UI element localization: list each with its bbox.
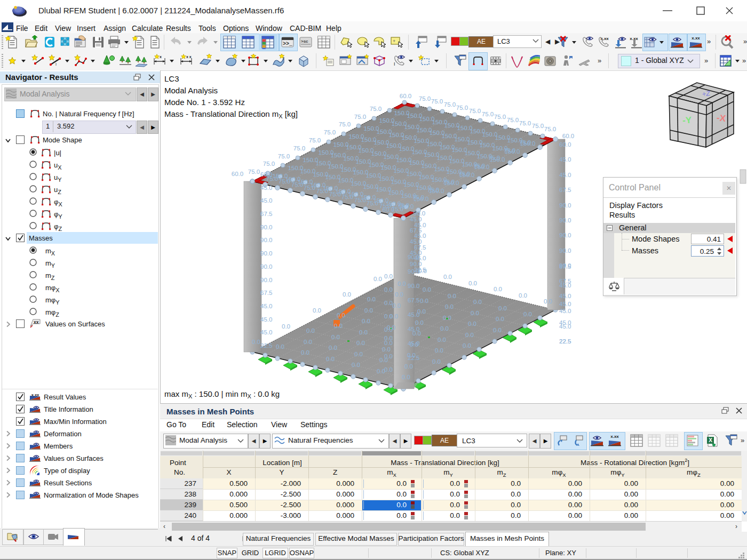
svg-text:75.0: 75.0 [412, 194, 424, 201]
svg-text:75.0: 75.0 [329, 191, 341, 197]
svg-text:0.0: 0.0 [362, 318, 370, 324]
svg-text:0.0: 0.0 [440, 325, 449, 332]
svg-text:LC3: LC3 [164, 74, 179, 83]
svg-text:0.0: 0.0 [329, 345, 337, 351]
svg-text:75.0: 75.0 [354, 114, 366, 120]
svg-text:0.0: 0.0 [384, 335, 393, 341]
svg-text:60.0: 60.0 [383, 206, 394, 213]
svg-text:0.0: 0.0 [415, 319, 424, 326]
svg-text:0.0: 0.0 [410, 341, 418, 348]
svg-text:75.0: 75.0 [293, 145, 305, 151]
svg-text:0.0: 0.0 [404, 363, 413, 370]
svg-text:max mX : 150.0 | min mX : 0.0: max mX : 150.0 | min mX : 0.0 kg [164, 389, 280, 399]
svg-text:0.0: 0.0 [384, 300, 393, 306]
svg-text:75.0: 75.0 [488, 155, 500, 161]
svg-text:45.0: 45.0 [559, 301, 571, 307]
svg-text:0.0: 0.0 [390, 313, 398, 319]
svg-text:0.0: 0.0 [412, 330, 421, 337]
svg-text:0.0: 0.0 [432, 358, 441, 365]
svg-text:0.0: 0.0 [402, 374, 410, 380]
svg-text:0.0: 0.0 [377, 368, 385, 374]
svg-text:45.0: 45.0 [559, 172, 571, 178]
svg-text:90.0: 90.0 [260, 250, 272, 257]
svg-text:90.0: 90.0 [260, 224, 272, 230]
svg-text:90.0: 90.0 [260, 237, 272, 243]
svg-text:75.0: 75.0 [456, 105, 468, 111]
svg-text:75.0: 75.0 [444, 101, 456, 108]
svg-text:75.0: 75.0 [291, 181, 303, 188]
svg-text:90.0: 90.0 [260, 263, 272, 270]
svg-text:0.0: 0.0 [463, 342, 471, 349]
svg-text:0.0: 0.0 [354, 351, 363, 357]
svg-text:90.0: 90.0 [260, 277, 272, 283]
svg-text:0.0: 0.0 [523, 311, 532, 317]
svg-text:75.0: 75.0 [544, 126, 556, 132]
svg-text:45.0: 45.0 [260, 329, 272, 335]
svg-text:0.0: 0.0 [343, 291, 351, 298]
svg-text:0.0: 0.0 [445, 303, 454, 310]
svg-text:x.xx: x.xx [610, 434, 619, 439]
svg-text:0.0: 0.0 [407, 352, 416, 358]
svg-text:0.0: 0.0 [420, 298, 428, 304]
svg-text:75.0: 75.0 [469, 108, 481, 114]
svg-text:75.0: 75.0 [354, 197, 366, 203]
svg-text:0.0: 0.0 [306, 327, 315, 334]
svg-text:0.0: 0.0 [398, 281, 406, 287]
svg-text:67.5: 67.5 [408, 297, 419, 303]
svg-text:x.xx: x.xx [31, 393, 39, 397]
svg-text:75.0: 75.0 [507, 117, 519, 123]
svg-text:0.0: 0.0 [384, 286, 393, 293]
svg-text:75.0: 75.0 [431, 98, 443, 105]
svg-text:75.0: 75.0 [279, 178, 290, 185]
svg-text:90.0: 90.0 [408, 254, 419, 260]
svg-text:67.5: 67.5 [559, 187, 571, 193]
svg-text:75.0: 75.0 [367, 200, 378, 206]
svg-text:60.0: 60.0 [260, 171, 272, 178]
svg-text:0.0: 0.0 [448, 293, 456, 299]
svg-text:x.xx: x.xx [692, 36, 700, 41]
svg-text:0.0: 0.0 [384, 366, 393, 373]
svg-text:45.0: 45.0 [559, 308, 571, 314]
svg-text:75.0: 75.0 [482, 111, 494, 117]
svg-text:x: x [160, 55, 162, 59]
svg-text:0.0: 0.0 [304, 339, 312, 345]
svg-text:75.0: 75.0 [494, 114, 506, 120]
svg-text:0.0: 0.0 [334, 323, 343, 329]
svg-text:0.0: 0.0 [465, 332, 474, 338]
svg-text:67.5: 67.5 [559, 263, 571, 270]
svg-text:-Y: -Y [682, 115, 692, 125]
svg-text:I: I [394, 61, 395, 67]
svg-text:Mass - Translational Direction: Mass - Translational Direction mX [kg] [164, 109, 298, 119]
svg-text:0.0: 0.0 [313, 307, 321, 314]
svg-text:0.0: 0.0 [392, 302, 401, 309]
svg-text:0.0: 0.0 [473, 299, 482, 305]
svg-text:0.0: 0.0 [276, 343, 284, 350]
svg-text:0.0: 0.0 [301, 349, 309, 356]
svg-text:75.0: 75.0 [504, 147, 515, 154]
svg-text:75.0: 75.0 [248, 169, 260, 175]
svg-text:75.0: 75.0 [278, 153, 290, 159]
svg-text:75.0: 75.0 [458, 171, 470, 177]
svg-text:I: I [55, 62, 57, 66]
svg-text:60.0: 60.0 [232, 171, 243, 177]
svg-text:0.0: 0.0 [379, 357, 388, 363]
svg-text:xx: xx [34, 319, 39, 325]
svg-text:67.5: 67.5 [260, 211, 272, 217]
svg-text:75.0: 75.0 [304, 185, 315, 191]
svg-text:0.0: 0.0 [519, 292, 527, 299]
svg-text:0.0: 0.0 [443, 315, 451, 321]
svg-text:90.0: 90.0 [408, 283, 419, 289]
svg-text:45.0: 45.0 [559, 282, 571, 289]
svg-text:75.0: 75.0 [419, 95, 431, 102]
svg-text:0.0: 0.0 [544, 298, 552, 305]
svg-text:0.0: 0.0 [356, 340, 365, 346]
svg-text:X: X [709, 437, 712, 443]
svg-text:45.0: 45.0 [260, 197, 272, 204]
svg-text:75.0: 75.0 [263, 161, 275, 167]
svg-text:0.0: 0.0 [435, 347, 443, 354]
svg-text:75.0: 75.0 [324, 129, 336, 135]
svg-text:22.5: 22.5 [559, 338, 571, 345]
svg-text:0.0: 0.0 [252, 339, 260, 345]
svg-text:0.0: 0.0 [468, 280, 477, 286]
svg-text:>sc: >sc [301, 39, 308, 44]
